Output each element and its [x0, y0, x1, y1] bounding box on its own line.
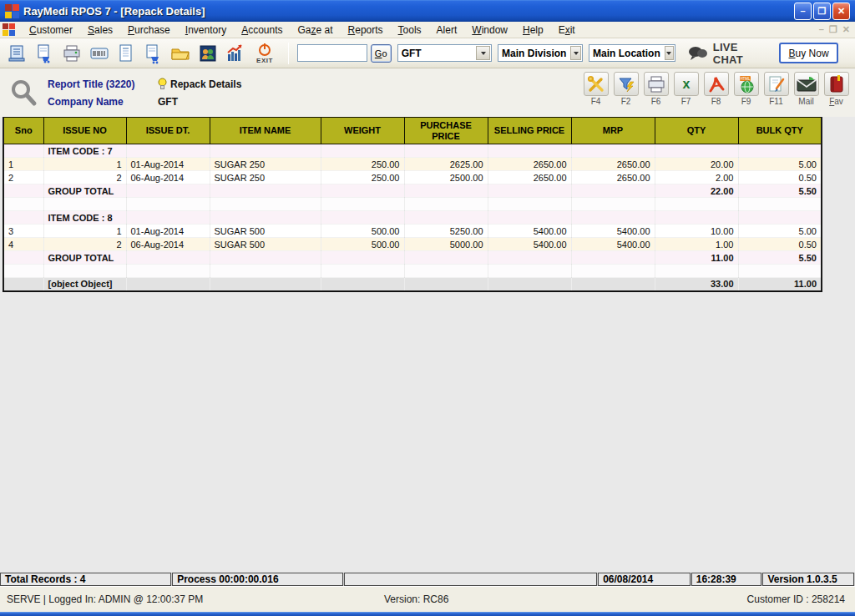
division-select-value: Main Division: [498, 48, 569, 59]
menu-item-gaze-at[interactable]: Gaze at: [291, 23, 341, 38]
exit-button[interactable]: EXIT: [250, 42, 279, 64]
filter-button[interactable]: F2: [612, 72, 640, 106]
bulb-icon: [158, 78, 167, 90]
restore-button-icon[interactable]: ❐: [813, 3, 831, 20]
report-title-value: Repack Details: [170, 78, 241, 90]
customers-icon[interactable]: [195, 41, 220, 66]
customer-id: Customer ID : 258214: [747, 593, 855, 605]
menu-item-customer[interactable]: Customer: [22, 23, 80, 38]
status-cell-5: Version 1.0.3.5: [762, 573, 854, 586]
menu-item-purchase[interactable]: Purchase: [120, 23, 178, 38]
app-window: RayMedi RPOS 7 - [Repack Details] – ❐ ✕ …: [0, 0, 855, 616]
company-name-value: GFT: [158, 96, 178, 108]
edit-page-icon: [766, 74, 787, 94]
column-header-issue-no: ISSUE NO: [43, 118, 126, 144]
report-area: Report Title (3220) Repack Details Compa…: [0, 68, 855, 573]
column-header-mrp: MRP: [571, 118, 655, 144]
excel-icon: x: [676, 74, 696, 94]
status-cell-1: Process 00:00:00.016: [172, 573, 343, 586]
live-chat-button[interactable]: LIVE CHAT: [688, 41, 771, 66]
sales-chart-icon[interactable]: [223, 41, 248, 66]
purchase-cart-icon[interactable]: [141, 41, 166, 66]
net-total-row: [object Object]33.0011.00: [3, 278, 822, 291]
app-version: Version: RC86: [384, 593, 601, 605]
print-button[interactable]: F6: [642, 72, 670, 106]
cash-register-icon[interactable]: [5, 41, 30, 66]
company-select-value: GFT: [398, 48, 475, 59]
folder-open-icon[interactable]: [168, 41, 193, 66]
menu-item-exit[interactable]: Exit: [551, 23, 583, 38]
app-logo-icon: [5, 4, 19, 18]
menu-item-inventory[interactable]: Inventory: [178, 23, 234, 38]
export-pdf-button[interactable]: F8: [702, 72, 730, 106]
pdf-icon: [706, 74, 726, 94]
column-header-selling-price: SELLING PRICE: [488, 118, 571, 144]
group-header-row: ITEM CODE : 7: [3, 144, 822, 158]
group-total-row: GROUP TOTAL11.005.50: [3, 251, 822, 265]
search-input[interactable]: [297, 44, 367, 62]
table-row[interactable]: 2206-Aug-2014SUGAR 250250.002500.002650.…: [3, 171, 822, 184]
stock-journal-icon[interactable]: [114, 41, 139, 66]
group-header-row: ITEM CODE : 8: [3, 211, 822, 225]
menu-item-accounts[interactable]: Accounts: [234, 23, 290, 38]
mdi-close-icon[interactable]: ✕: [842, 24, 850, 35]
mdi-restore-icon[interactable]: ❐: [829, 24, 837, 35]
menu-item-sales[interactable]: Sales: [80, 23, 120, 38]
mdi-child-logo-icon: [3, 23, 15, 36]
menu-bar: CustomerSalesPurchaseInventoryAccountsGa…: [0, 22, 855, 38]
menu-items: CustomerSalesPurchaseInventoryAccountsGa…: [22, 23, 583, 38]
footer-bar: SERVE | Logged In: ADMIN @ 12:00:37 PM V…: [0, 586, 855, 612]
search-icon: [7, 77, 40, 110]
toolbar-separator: [288, 43, 289, 64]
table-row[interactable]: 4206-Aug-2014SUGAR 500500.005000.005400.…: [3, 238, 822, 251]
chevron-down-icon[interactable]: [665, 46, 674, 60]
window-bottom-border: [0, 612, 855, 616]
close-button-icon[interactable]: ✕: [832, 3, 850, 20]
menu-item-tools[interactable]: Tools: [391, 23, 429, 38]
settings-tools-button[interactable]: F4: [582, 72, 610, 106]
minimize-button-icon[interactable]: –: [794, 3, 812, 20]
export-html-button[interactable]: HTML F9: [732, 72, 760, 106]
login-status: SERVE | Logged In: ADMIN @ 12:00:37 PM: [0, 593, 384, 605]
table-row[interactable]: 3101-Aug-2014SUGAR 500500.005250.005400.…: [3, 225, 822, 238]
chevron-down-icon[interactable]: [476, 46, 490, 60]
menu-item-window[interactable]: Window: [464, 23, 515, 38]
go-button[interactable]: Go: [371, 44, 392, 63]
chevron-down-icon[interactable]: [570, 46, 581, 60]
table-row[interactable]: 1101-Aug-2014SUGAR 250250.002625.002650.…: [3, 158, 822, 171]
report-title-label: Report Title (3220): [48, 78, 158, 90]
location-select[interactable]: Main Location: [589, 44, 675, 62]
company-name-label: Company Name: [48, 96, 158, 108]
printer-icon: [646, 74, 666, 94]
status-cell-2: [344, 573, 597, 586]
menu-item-alert[interactable]: Alert: [429, 23, 465, 38]
barcode-icon[interactable]: [87, 41, 112, 66]
edit-report-button[interactable]: F11: [762, 72, 790, 106]
svg-text:x: x: [682, 77, 690, 91]
group-total-row: GROUP TOTAL22.005.50: [3, 184, 822, 198]
column-header-sno: Sno: [3, 118, 43, 144]
printer-icon[interactable]: [59, 41, 84, 66]
buy-now-button[interactable]: Buy Now: [779, 43, 838, 63]
column-header-qty: QTY: [655, 118, 738, 144]
export-excel-button[interactable]: x F7: [672, 72, 700, 106]
status-cell-3: 06/08/2014: [598, 573, 691, 586]
chat-bubbles-icon: [688, 46, 708, 61]
status-bar: Total Records : 4Process 00:00:00.01606/…: [0, 573, 855, 586]
spacer-row: [3, 265, 822, 278]
column-header-issue-dt-: ISSUE DT.: [126, 118, 210, 144]
menu-item-reports[interactable]: Reports: [341, 23, 391, 38]
mdi-minimize-icon[interactable]: –: [819, 24, 824, 35]
report-actions: F4 F2 F6 x F7 F8: [582, 72, 850, 106]
sales-invoice-icon[interactable]: [33, 41, 58, 66]
company-select[interactable]: GFT: [397, 44, 492, 62]
mail-button[interactable]: Mail: [792, 72, 820, 106]
division-select[interactable]: Main Division: [498, 44, 583, 62]
column-header-bulk-qty: BULK QTY: [738, 118, 822, 144]
status-cell-0: Total Records : 4: [0, 573, 171, 586]
toolbar: EXIT Go GFT Main Division Main Location …: [0, 38, 855, 68]
favorite-button[interactable]: Fav: [822, 72, 850, 106]
title-bar: RayMedi RPOS 7 - [Repack Details] – ❐ ✕: [0, 0, 855, 22]
favorites-book-icon: [827, 74, 846, 94]
menu-item-help[interactable]: Help: [515, 23, 551, 38]
